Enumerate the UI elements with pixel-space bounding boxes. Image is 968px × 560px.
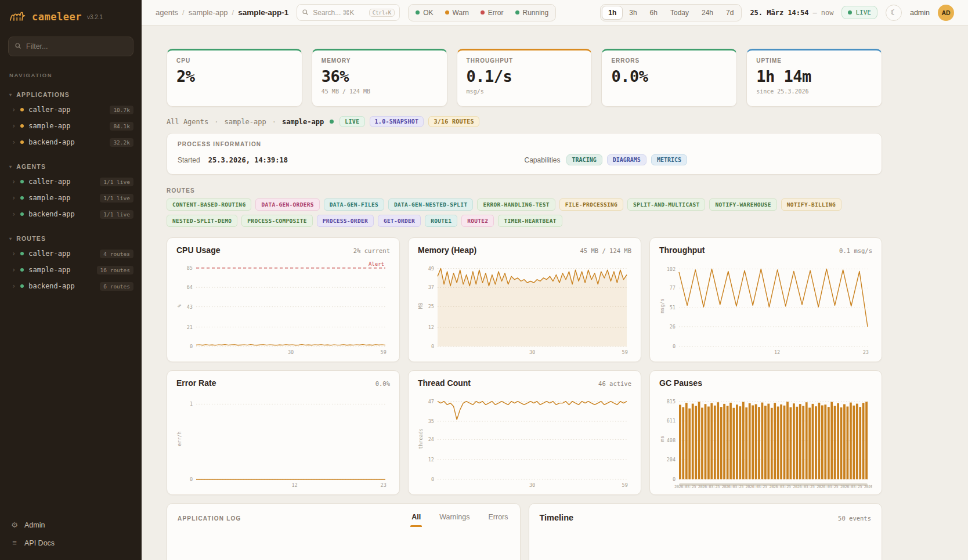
status-dot <box>20 196 24 200</box>
sidebar-filter-input[interactable] <box>26 42 127 50</box>
log-tab-errors[interactable]: Errors <box>487 513 509 527</box>
log-tab-all[interactable]: All <box>410 513 422 527</box>
time-range-24h[interactable]: 24h <box>695 6 720 20</box>
started-value: 25.3.2026, 14:39:18 <box>208 156 288 164</box>
sidebar-item-label: backend-app <box>28 138 74 146</box>
route-chip-split-and-multicast[interactable]: SPLIT-AND-MULTICAST <box>627 198 705 211</box>
sidebar-item-applications-caller-app[interactable]: ›caller-app10.7k <box>0 102 142 118</box>
svg-text:51: 51 <box>670 305 676 310</box>
sidebar-item-agents-caller-app[interactable]: ›caller-app1/1 live <box>0 174 142 190</box>
live-dot <box>848 10 852 15</box>
route-chip-process-order[interactable]: PROCESS-ORDER <box>317 215 374 227</box>
stat-card-uptime: UPTIME1h 14msince 25.3.2026 <box>746 49 882 107</box>
status-filter-ok[interactable]: OK <box>410 6 439 20</box>
stat-value: 0.0% <box>611 67 727 85</box>
stat-card-cpu: CPU2% <box>167 49 302 107</box>
user-avatar[interactable]: AD <box>938 5 954 21</box>
sidebar-group-header-routes[interactable]: ▾ROUTES <box>0 235 142 245</box>
sidebar-item-label: backend-app <box>28 282 74 290</box>
route-chip-data-gen-nested-split[interactable]: DATA-GEN-NESTED-SPLIT <box>388 198 473 211</box>
agent-badges: LIVE1.0-SNAPSHOT3/16 ROUTES <box>339 116 479 127</box>
search-icon <box>15 41 21 52</box>
stat-cards: CPU2%MEMORY36%45 MB / 124 MBTHROUGHPUT0.… <box>167 49 882 107</box>
main-content: CPU2%MEMORY36%45 MB / 124 MBTHROUGHPUT0.… <box>142 26 968 560</box>
svg-text:2026-03-25 2026-03-25 2026-03-: 2026-03-25 2026-03-25 2026-03-25 2026-03… <box>674 485 872 489</box>
timeline-title: Timeline <box>540 513 574 522</box>
started-label: Started <box>178 156 200 164</box>
time-range-6h[interactable]: 6h <box>644 6 664 20</box>
route-chip-nested-split-demo[interactable]: NESTED-SPLIT-DEMO <box>167 215 237 227</box>
sidebar-item-admin[interactable]: ⚙ Admin <box>10 521 131 529</box>
chevron-right-icon: › <box>12 266 16 274</box>
stat-card-throughput: THROUGHPUT0.1/smsg/s <box>457 49 593 107</box>
route-chip-get-order[interactable]: GET-ORDER <box>378 215 421 227</box>
time-range-1h[interactable]: 1h <box>602 6 623 20</box>
sidebar-group-header-agents[interactable]: ▾AGENTS <box>0 163 142 174</box>
chart-card-memory-heap: Memory (Heap)45 MB / 124 MB0122537493059… <box>408 237 641 362</box>
time-range-3h[interactable]: 3h <box>623 6 643 20</box>
breadcrumb-sample-app[interactable]: sample-app <box>189 8 228 17</box>
caret-down-icon: ▾ <box>9 92 12 97</box>
sidebar-item-badge: 6 routes <box>100 282 133 291</box>
route-chip-route1[interactable]: ROUTE1 <box>425 215 457 227</box>
status-filter-error[interactable]: Error <box>475 6 510 20</box>
route-chip-data-gen-files[interactable]: DATA-GEN-FILES <box>324 198 384 211</box>
route-chip-notify-warehouse[interactable]: NOTIFY-WAREHOUSE <box>709 198 776 211</box>
svg-text:64: 64 <box>187 284 193 290</box>
status-filter-warn[interactable]: Warn <box>439 6 475 20</box>
svg-text:204: 204 <box>667 457 676 463</box>
global-search[interactable]: Search... ⌘K Ctrl+K <box>297 4 400 21</box>
agent-link-all-agents[interactable]: All Agents <box>167 118 208 126</box>
sidebar-item-routes-sample-app[interactable]: ›sample-app16 routes <box>0 262 142 278</box>
chart-current-value: 0.0% <box>375 380 390 387</box>
chart-card-gc-pauses: GC Pauses0204408611815ms2026-03-25 2026-… <box>649 370 882 495</box>
sidebar-item-agents-sample-app[interactable]: ›sample-app1/1 live <box>0 190 142 206</box>
stat-label: UPTIME <box>756 57 872 64</box>
status-dot <box>20 268 24 272</box>
svg-text:12: 12 <box>428 457 434 463</box>
breadcrumb-separator: / <box>182 8 185 17</box>
log-tab-warnings[interactable]: Warnings <box>438 513 471 527</box>
route-chip-route2[interactable]: ROUTE2 <box>461 215 494 227</box>
svg-text:0: 0 <box>673 344 676 349</box>
sidebar-group-label: AGENTS <box>16 163 46 170</box>
chart-title: Thread Count <box>418 378 471 388</box>
sidebar-item-routes-caller-app[interactable]: ›caller-app4 routes <box>0 245 142 262</box>
route-chip-data-gen-orders[interactable]: DATA-GEN-ORDERS <box>255 198 319 211</box>
route-chip-content-based-routing[interactable]: CONTENT-BASED-ROUTING <box>167 198 251 211</box>
sidebar-item-api-docs[interactable]: ≡ API Docs <box>10 539 131 547</box>
svg-text:59: 59 <box>622 482 628 488</box>
svg-text:30: 30 <box>529 482 535 488</box>
stat-label: THROUGHPUT <box>467 57 583 64</box>
svg-text:408: 408 <box>667 438 676 443</box>
route-chip-timer-heartbeat[interactable]: TIMER-HEARTBEAT <box>498 215 562 227</box>
sidebar-filter[interactable] <box>8 37 133 56</box>
dark-mode-toggle[interactable]: ☾ <box>886 5 902 21</box>
route-chip-error-handling-test[interactable]: ERROR-HANDLING-TEST <box>477 198 555 211</box>
sidebar-group-header-applications[interactable]: ▾APPLICATIONS <box>0 91 142 102</box>
time-range-7d[interactable]: 7d <box>720 6 740 20</box>
date-range[interactable]: 25. März 14:54 – now <box>750 9 833 17</box>
route-chip-notify-billing[interactable]: NOTIFY-BILLING <box>781 198 841 211</box>
status-filter-running[interactable]: Running <box>510 6 555 20</box>
breadcrumb-agents[interactable]: agents <box>156 8 178 17</box>
status-dot <box>481 10 485 15</box>
date-range-separator: – <box>813 9 817 17</box>
svg-text:21: 21 <box>187 324 193 330</box>
sidebar-item-applications-backend-app[interactable]: ›backend-app32.2k <box>0 134 142 150</box>
app-version: v3.2.1 <box>87 14 103 20</box>
chart-current-value: 45 MB / 124 MB <box>580 247 631 254</box>
agent-link-sample-app[interactable]: sample-app <box>224 118 266 126</box>
route-chip-file-processing[interactable]: FILE-PROCESSING <box>559 198 623 211</box>
sidebar-item-agents-backend-app[interactable]: ›backend-app1/1 live <box>0 206 142 222</box>
live-indicator[interactable]: LIVE <box>841 6 877 19</box>
chart-canvas: 0204408611815ms2026-03-25 2026-03-25 202… <box>659 392 872 489</box>
svg-text:0: 0 <box>431 344 434 349</box>
bottom-grid: APPLICATION LOG AllWarningsErrors Timeli… <box>167 503 882 560</box>
stat-sub <box>611 88 727 95</box>
route-chip-process-composite[interactable]: PROCESS-COMPOSITE <box>241 215 312 227</box>
sidebar-item-routes-backend-app[interactable]: ›backend-app6 routes <box>0 278 142 294</box>
sidebar-item-applications-sample-app[interactable]: ›sample-app84.1k <box>0 118 142 134</box>
stat-value: 1h 14m <box>756 67 872 85</box>
time-range-today[interactable]: Today <box>664 6 695 20</box>
